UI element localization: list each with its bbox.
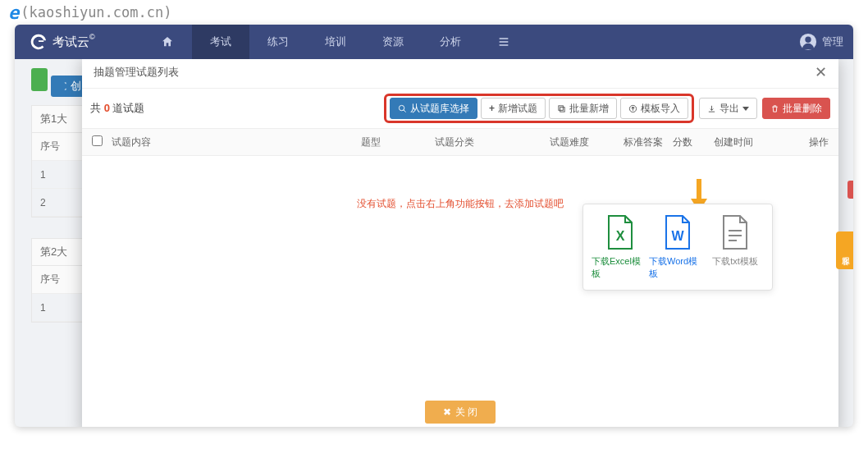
download-template-popover: X 下载Excel模板 W 下载Word模板 下载txt模板 <box>582 204 773 291</box>
nav-practice[interactable]: 练习 <box>249 25 307 59</box>
green-banner <box>31 68 48 91</box>
page-body: 创 第1大 序号 1 2 第2大 序号 1 抽题管理试题列表 ✕ 共 0 道试题 <box>15 59 853 427</box>
highlighted-button-group: 从试题库选择 + 新增试题 批量新增 模板导入 <box>384 94 694 123</box>
question-list-modal: 抽题管理试题列表 ✕ 共 0 道试题 从试题库选择 + 新增试题 <box>82 59 838 427</box>
copy-icon <box>557 104 566 113</box>
brand-name: 考试云 <box>53 34 89 50</box>
batch-delete-button[interactable]: 批量删除 <box>762 98 830 119</box>
modal-header: 抽题管理试题列表 ✕ <box>82 59 838 89</box>
chevron-down-icon <box>742 107 749 111</box>
col-created-time: 创建时间 <box>714 135 788 149</box>
add-question-button[interactable]: + 新增试题 <box>481 98 546 119</box>
nav-right: 管理 <box>799 33 853 51</box>
home-icon <box>161 35 174 48</box>
col-answer: 标准答案 <box>624 135 673 149</box>
nav-analysis[interactable]: 分析 <box>422 25 479 59</box>
nav-home[interactable] <box>143 25 192 59</box>
svg-text:W: W <box>671 229 684 243</box>
download-txt-template[interactable]: 下载txt模板 <box>706 214 764 280</box>
col-score: 分数 <box>673 135 714 149</box>
download-icon <box>707 104 716 113</box>
svg-rect-6 <box>697 179 701 200</box>
col-content: 试题内容 <box>112 135 361 149</box>
browser-logo-icon: e <box>8 2 19 23</box>
app-window: 考试云 © 考试 练习 培训 资源 分析 管理 创 第1大 <box>15 25 853 427</box>
top-navbar: 考试云 © 考试 练习 培训 资源 分析 管理 <box>15 25 853 59</box>
col-operation: 操作 <box>788 135 829 149</box>
word-file-icon: W <box>662 214 693 250</box>
modal-table-header: 试题内容 题型 试题分类 试题难度 标准答案 分数 创建时间 操作 <box>82 128 838 156</box>
modal-close-x[interactable]: ✕ <box>815 63 827 81</box>
svg-text:X: X <box>616 229 625 243</box>
select-from-bank-button[interactable]: 从试题库选择 <box>390 98 477 119</box>
template-import-button[interactable]: 模板导入 <box>620 98 688 119</box>
svg-rect-3 <box>559 105 564 110</box>
modal-title: 抽题管理试题列表 <box>94 65 179 80</box>
close-icon: ✖ <box>443 406 451 418</box>
menu-icon <box>497 35 510 48</box>
brand[interactable]: 考试云 © <box>15 33 110 51</box>
nav-training[interactable]: 培训 <box>307 25 364 59</box>
col-type: 题型 <box>361 135 435 149</box>
nav-menu[interactable] <box>479 25 528 59</box>
shuffle-icon <box>57 81 67 91</box>
nav-tabs: 考试 练习 培训 资源 分析 <box>143 25 528 59</box>
col-category: 试题分类 <box>435 135 550 149</box>
select-all-checkbox[interactable] <box>92 135 103 146</box>
download-excel-template[interactable]: X 下载Excel模板 <box>592 214 649 280</box>
nav-admin[interactable]: 管理 <box>822 34 843 49</box>
export-button[interactable]: 导出 <box>699 98 757 119</box>
trash-icon <box>770 104 779 113</box>
browser-address-bar: e (kaoshiyun.com.cn) <box>0 0 868 25</box>
svg-point-2 <box>399 105 404 110</box>
close-button[interactable]: ✖ 关 闭 <box>425 401 496 424</box>
col-difficulty: 试题难度 <box>550 135 624 149</box>
brand-sup: © <box>89 33 95 41</box>
nav-resource[interactable]: 资源 <box>364 25 422 59</box>
modal-toolbar: 共 0 道试题 从试题库选择 + 新增试题 批量新增 <box>82 89 838 128</box>
modal-footer: ✖ 关 闭 <box>82 392 838 427</box>
svg-rect-4 <box>560 107 565 112</box>
side-red-tag[interactable] <box>847 181 853 199</box>
question-count: 共 0 道试题 <box>90 101 144 116</box>
browser-url: (kaoshiyun.com.cn) <box>21 4 171 21</box>
excel-file-icon: X <box>605 214 636 250</box>
brand-logo-icon <box>30 33 48 51</box>
svg-point-1 <box>805 37 811 43</box>
download-word-template[interactable]: W 下载Word模板 <box>649 214 706 280</box>
plus-icon: + <box>489 103 495 114</box>
upload-icon <box>628 104 637 113</box>
user-icon[interactable] <box>799 33 817 51</box>
search-icon <box>398 104 407 113</box>
batch-add-button[interactable]: 批量新增 <box>549 98 617 119</box>
txt-file-icon <box>720 214 751 250</box>
nav-exam[interactable]: 考试 <box>192 25 249 59</box>
customer-service-float[interactable]: 客服 <box>836 231 853 269</box>
